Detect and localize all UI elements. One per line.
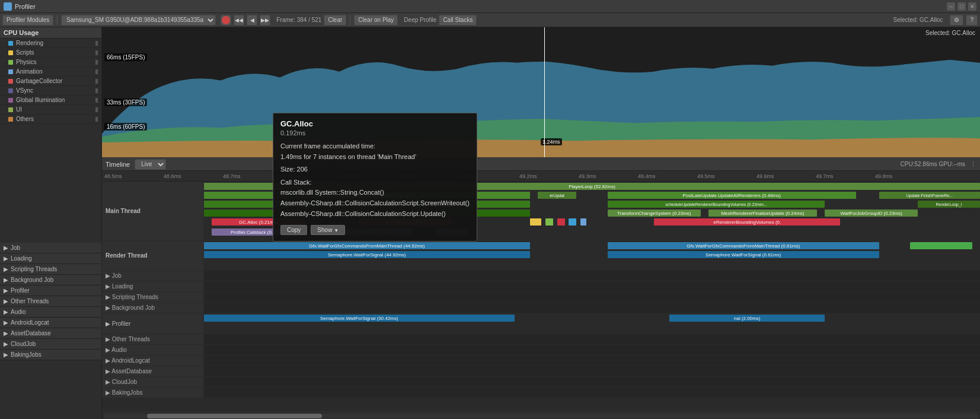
triangle-icon: ▶ [4,330,8,337]
section-loading-label[interactable]: ▶ Loading [102,281,204,291]
record-btn[interactable] [221,15,231,26]
close-btn[interactable]: ✕ [968,2,976,11]
profiler-thread-tracks[interactable]: Semaphore.WaitForSignal (30.42ms) nal (2… [204,313,980,334]
triangle-icon: ▶ [4,277,8,283]
section-cloud-job[interactable]: ▶ CloudJob [102,377,980,388]
section-background-label[interactable]: ▶ Background Job [102,303,204,313]
clear-btn[interactable]: Clear [324,15,346,26]
bar-misc-3[interactable] [557,218,565,226]
bar-schedule[interactable]: scheduleUpdateRendererBoundingVolumes (0… [608,201,825,208]
section-baking-jobs[interactable]: ▶ BakingJobs [102,388,980,398]
cpu-item-rendering[interactable]: Rendering [0,39,101,48]
cpu-graph-area[interactable]: 66ms (15FPS) 33ms (30FPS) 16ms (60FPS) S… [102,27,980,158]
callstack-line: Assembly-CSharp.dll::CollisionCalculatio… [280,209,470,220]
tooltip-show-btn[interactable]: Show ▼ [311,225,345,235]
section-job[interactable]: ▶ Job [102,271,980,281]
sidebar-item-cloud-job[interactable]: ▶ CloudJob [0,339,101,350]
sidebar-item-profiler[interactable]: ▶ Profiler [0,285,101,296]
section-background-tracks [204,303,980,313]
scrollbar-track[interactable] [103,414,979,418]
track-row-render-2: Semaphore.WaitForSignal (44.92ms) Semaph… [204,250,980,259]
bar-semaphore-1[interactable]: Semaphore.WaitForSignal (44.92ms) [204,251,530,258]
section-scripting-label[interactable]: ▶ Scripting Threads [102,292,204,302]
color-dot [8,107,13,112]
section-audio-label[interactable]: ▶ Audio [102,345,204,355]
sidebar-item-loading[interactable]: ▶ Loading [0,253,101,264]
bar-postlateupdate[interactable]: PostLateUpdate.UpdateAllRenderers (0.48m… [608,192,856,199]
bar-gfxwait-1[interactable]: Gfx.WaitForGfxCommandsFromMainThread (44… [204,242,530,249]
cpu-item-vsync[interactable]: VSync [0,86,101,96]
maximize-btn[interactable]: □ [957,2,966,11]
section-asset-database[interactable]: ▶ AssetDatabase [102,366,980,377]
bar-misc-1[interactable] [530,218,542,226]
step-next-btn[interactable]: ▶▶ [260,15,270,26]
help-btn[interactable]: ? [966,15,978,26]
bar-misc-5[interactable] [580,218,586,226]
cpu-usage-header[interactable]: CPU Usage [0,27,101,39]
cpu-item-scripts[interactable]: Scripts [0,48,101,58]
bar-misc-4[interactable] [569,218,576,226]
toolbar-sep-1 [57,15,58,25]
ruler-tick: 49.6ms [756,173,774,179]
tooltip-title: GC.Alloc [280,119,470,128]
tooltip-copy-btn[interactable]: Copy [280,225,307,235]
profiler-thread-label[interactable]: ▶ Profiler [102,313,204,334]
bar-profiler-semaphore[interactable]: Semaphore.WaitForSignal (30.42ms) [204,315,515,322]
step-back-btn[interactable]: ◀◀ [234,15,244,26]
section-cloud-job-tracks [204,377,980,387]
section-loading[interactable]: ▶ Loading [102,281,980,292]
scrollbar-thumb[interactable] [147,414,322,418]
section-cloud-job-label[interactable]: ▶ CloudJob [102,377,204,387]
bar-meshrenderer[interactable]: MeshRendererFinalizeUpdate (0.24ms) [708,210,817,217]
clear-on-play-btn[interactable]: Clear on Play [354,15,398,26]
bar-render-small[interactable] [910,242,972,249]
bar-semaphore-2[interactable]: Semaphore.WaitForSignal (0.61ms) [608,251,879,258]
sidebar-item-audio[interactable]: ▶ Audio [0,307,101,318]
cpu-item-garbagecollector[interactable]: GarbageCollector [0,77,101,86]
sidebar-item-other-threads[interactable]: ▶ Other Threads [0,296,101,307]
render-thread-tracks[interactable]: Gfx.WaitForGfxCommandsFromMainThread (44… [204,241,980,270]
cpu-item-global-illumination[interactable]: Global Illumination [0,96,101,105]
section-android-logcat[interactable]: ▶ AndroidLogcat [102,355,980,366]
section-background[interactable]: ▶ Background Job [102,303,980,313]
sidebar-item-job[interactable]: ▶ Job [0,243,101,253]
section-scripting[interactable]: ▶ Scripting Threads [102,292,980,303]
bar-erupdat[interactable]: erUpdat [538,192,576,199]
call-stacks-btn[interactable]: Call Stacks [439,15,477,26]
cpu-item-label: VSync [16,87,33,94]
minimize-btn[interactable]: ─ [947,2,955,11]
bar-misc-2[interactable] [545,218,553,226]
section-other-threads-label[interactable]: ▶ Other Threads [102,334,204,344]
section-other-threads[interactable]: ▶ Other Threads [102,334,980,345]
device-selector[interactable]: Samsung_SM G950U@ADB:988a1b3149355a335a [61,15,216,26]
section-asset-database-label[interactable]: ▶ AssetDatabase [102,366,204,376]
cpu-item-physics[interactable]: Physics [0,58,101,67]
profiler-modules-btn[interactable]: Profiler Modules [2,15,53,26]
bar-waitjob[interactable]: WaitForJobGroupID (0.23ms) [825,210,918,217]
cpu-item-animation[interactable]: Animation [0,67,101,77]
sidebar-item-asset-database[interactable]: ▶ AssetDatabase [0,328,101,339]
bar-updatefinish[interactable]: Update.FinishFrameRe... [879,192,980,199]
bar-profiler-nal[interactable]: nal (2.00ms) [669,315,825,322]
section-baking-jobs-label[interactable]: ▶ BakingJobs [102,388,204,398]
timeline-body[interactable]: Main Thread PlayerLoop (52.82ms) Update.… [102,182,980,412]
bar-transform[interactable]: TransformChangeSystem (0.23ms) [608,210,701,217]
section-audio[interactable]: ▶ Audio [102,345,980,355]
cpu-item-ui[interactable]: UI [0,105,101,115]
scroll-indicator [95,88,98,93]
cpu-item-others[interactable]: Others [0,115,101,124]
bar-erenderer[interactable]: eRendererBoundingVolumes (0. [654,218,840,226]
sidebar-item-background-job[interactable]: ▶ Background Job [0,275,101,285]
section-android-logcat-label[interactable]: ▶ AndroidLogcat [102,355,204,366]
bar-renderloop[interactable]: RenderLoop_I [918,201,980,208]
sidebar-item-baking-jobs[interactable]: ▶ BakingJobs [0,350,101,360]
step-prev-btn[interactable]: ◀ [247,15,257,26]
sidebar-item-scripting-threads[interactable]: ▶ Scripting Threads [0,264,101,275]
bar-gfxwait-2[interactable]: Gfx.WaitForGfxCommandsFromMainThread (0.… [608,242,879,249]
timeline-mode-select[interactable]: Live [135,159,166,170]
timeline-options-btn[interactable]: ⋮ [970,160,976,168]
section-job-label[interactable]: ▶ Job [102,271,204,281]
settings-btn[interactable]: ⚙ [950,15,963,26]
horizontal-scrollbar[interactable] [102,412,980,419]
sidebar-item-android-logcat[interactable]: ▶ AndroidLogcat [0,318,101,328]
